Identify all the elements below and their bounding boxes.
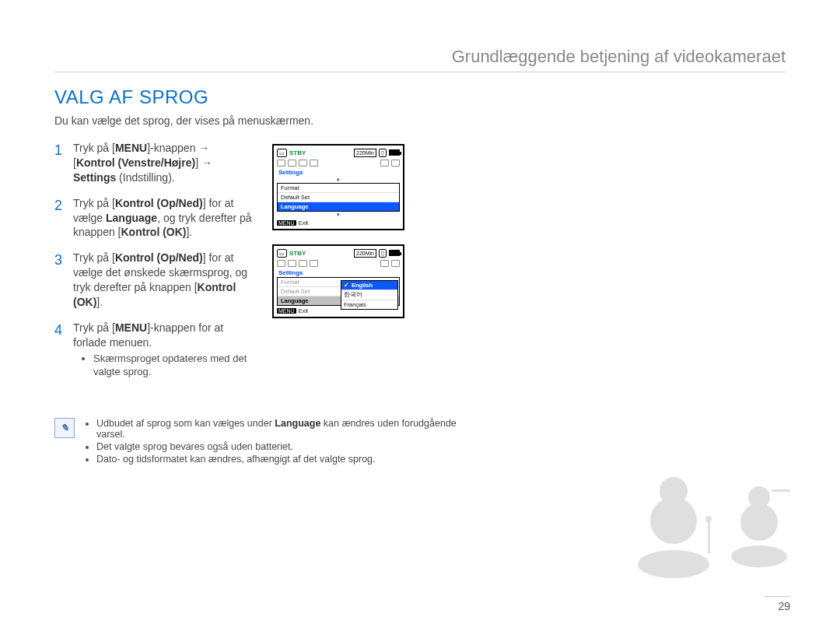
steps-list: 1 Tryk på [MENU]-knappen → [Kontrol (Ven…	[54, 141, 257, 391]
card-icon: ▯	[379, 149, 387, 157]
note-box: ✎ Udbudet af sprog som kan vælges under …	[54, 418, 459, 466]
step-3: 3 Tryk på [Kontrol (Op/Ned)] for at vælg…	[54, 251, 257, 310]
step-number: 3	[54, 251, 65, 310]
note-item: Udbudet af sprog som kan vælges under La…	[96, 418, 459, 440]
remaining-time: 220Min	[354, 149, 376, 157]
section-title: VALG AF SPROG	[54, 86, 786, 108]
lang-option-francais: Français	[341, 300, 397, 309]
svg-point-8	[705, 516, 712, 522]
lang-option-english: ✔English	[341, 281, 397, 290]
card-icon: ▯	[379, 249, 387, 258]
step-body: Tryk på [MENU]-knappen → [Kontrol (Venst…	[73, 141, 212, 185]
svg-point-3	[731, 546, 787, 567]
sd-icon: ▭	[277, 149, 287, 157]
menu-button-icon: MENU	[277, 220, 296, 226]
page-number: 29	[764, 596, 790, 612]
svg-rect-7	[708, 522, 710, 553]
battery-icon	[389, 149, 400, 156]
step-number: 2	[54, 196, 65, 240]
menu-item-default-set: Default Set	[278, 193, 399, 202]
svg-rect-6	[772, 489, 790, 492]
settings-header: Settings	[278, 269, 400, 276]
svg-point-0	[638, 550, 709, 578]
step-body: Tryk på [Kontrol (Op/Ned)] for at vælge …	[73, 251, 257, 310]
step-4: 4 Tryk på [MENU]-knappen for at forlade …	[54, 321, 257, 381]
svg-point-1	[650, 497, 697, 544]
remaining-time: 220Min	[354, 249, 376, 258]
step-4-bullet: Skærmsproget opdateres med det valgte sp…	[93, 352, 257, 379]
mode-icons	[277, 159, 400, 167]
chapter-title: Grundlæggende betjening af videokameraet	[54, 47, 786, 72]
step-1: 1 Tryk på [MENU]-knappen → [Kontrol (Ven…	[54, 141, 257, 185]
svg-point-5	[748, 486, 770, 508]
battery-icon	[389, 250, 400, 256]
exit-label: Exit	[299, 307, 309, 314]
note-icon: ✎	[54, 418, 75, 438]
settings-header: Settings	[278, 169, 400, 176]
settings-menu: Format Default Set Language	[277, 183, 400, 212]
svg-point-2	[660, 477, 688, 505]
stby-label: STBY	[289, 250, 306, 257]
exit-label: Exit	[299, 219, 309, 226]
scroll-down-icon: ▾	[277, 212, 400, 218]
lcd-illustrations: ▭ STBY 220Min ▯ Settings ▴ Format Defaul…	[272, 141, 436, 391]
decorative-silhouette	[627, 455, 806, 580]
step-number: 4	[54, 321, 65, 381]
language-popup: ✔English 한국어 Français	[341, 280, 398, 310]
menu-button-icon: MENU	[277, 308, 296, 314]
lcd-screen-1: ▭ STBY 220Min ▯ Settings ▴ Format Defaul…	[272, 144, 404, 230]
mode-icons	[277, 259, 400, 268]
intro-text: Du kan vælge det sprog, der vises på men…	[54, 114, 786, 127]
menu-item-format: Format	[278, 184, 399, 193]
menu-item-language: Language	[278, 202, 399, 211]
step-2: 2 Tryk på [Kontrol (Op/Ned)] for at vælg…	[54, 196, 257, 240]
note-item: Det valgte sprog bevares også uden batte…	[96, 441, 459, 452]
scroll-up-icon: ▴	[277, 176, 400, 182]
sd-icon: ▭	[277, 249, 287, 258]
svg-point-4	[740, 503, 778, 541]
step-body: Tryk på [Kontrol (Op/Ned)] for at vælge …	[73, 196, 257, 240]
stby-label: STBY	[289, 149, 306, 156]
check-icon: ✔	[344, 282, 349, 289]
note-item: Dato- og tidsformatet kan ændres, afhæng…	[96, 454, 459, 465]
lcd-screen-2: ▭ STBY 220Min ▯ Settings Format Default …	[272, 244, 404, 318]
step-body: Tryk på [MENU]-knappen for at forlade me…	[73, 321, 257, 381]
lang-option-korean: 한국어	[341, 290, 397, 300]
step-number: 1	[54, 141, 65, 185]
